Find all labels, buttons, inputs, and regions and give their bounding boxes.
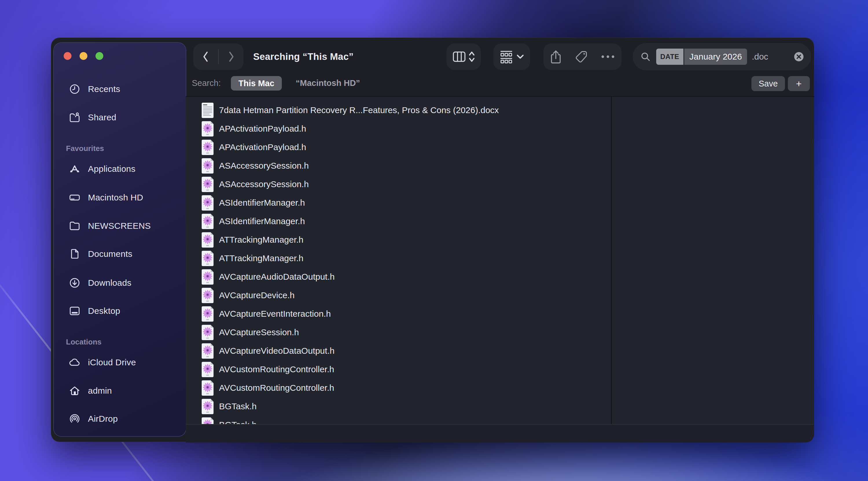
file-row[interactable]: 7data Hetman Partition Recovery R...Feat… xyxy=(186,101,611,120)
sidebar-item-admin[interactable]: admin xyxy=(54,382,186,399)
close-button[interactable] xyxy=(64,52,71,60)
search-token-type[interactable]: DATE xyxy=(656,49,683,65)
sidebar-item-recents[interactable]: Recents xyxy=(54,81,186,98)
file-row[interactable]: ATTrackingManager.h xyxy=(186,249,611,267)
chevron-down-icon xyxy=(517,54,524,59)
search-scope-bar: Search: This Mac “Macintosh HD” Save + xyxy=(186,70,814,96)
home-icon xyxy=(69,385,81,396)
header-file-icon xyxy=(201,343,214,359)
file-name: ASIdentifierManager.h xyxy=(219,216,305,226)
sidebar-item-label: AirDrop xyxy=(88,414,118,424)
search-field[interactable]: DATE January 2026 .doc xyxy=(633,43,811,70)
minimize-button[interactable] xyxy=(80,52,87,60)
file-row[interactable]: APActivationPayload.h xyxy=(186,120,611,138)
sidebar-section-locations: Locations xyxy=(66,338,101,347)
file-row[interactable]: ATTrackingManager.h xyxy=(186,230,611,249)
zoom-button[interactable] xyxy=(95,52,103,60)
file-name: APActivationPayload.h xyxy=(219,124,306,134)
view-picker-button[interactable] xyxy=(446,43,481,70)
actions-group xyxy=(544,43,621,70)
folder-icon xyxy=(69,220,81,232)
sidebar-item-applications[interactable]: Applications xyxy=(54,160,186,178)
header-file-icon xyxy=(201,417,214,425)
sidebar-item-desktop[interactable]: Desktop xyxy=(54,302,186,320)
header-file-icon xyxy=(201,251,214,266)
sidebar-item-icloud-drive[interactable]: iCloud Drive xyxy=(54,354,186,371)
scope-this-mac[interactable]: This Mac xyxy=(231,76,282,91)
save-button[interactable]: Save xyxy=(751,76,785,91)
sidebar-item-label: Shared xyxy=(88,113,116,122)
window-title: Searching “This Mac” xyxy=(253,43,353,70)
group-by-button[interactable] xyxy=(493,43,530,70)
sidebar-item-airdrop[interactable]: AirDrop xyxy=(54,410,186,427)
clear-icon[interactable] xyxy=(793,51,804,62)
file-row[interactable]: AVCustomRoutingController.h xyxy=(186,360,611,379)
shared-folder-icon xyxy=(69,111,81,123)
scope-macintosh-hd[interactable]: “Macintosh HD” xyxy=(296,70,360,96)
app-store-icon xyxy=(69,163,81,175)
desktop: Recents Shared Favourites Applications M… xyxy=(0,0,868,481)
file-row[interactable]: AVCaptureAudioDataOutput.h xyxy=(186,267,611,286)
hard-drive-icon xyxy=(69,192,81,203)
file-name: AVCaptureEventInteraction.h xyxy=(219,309,331,319)
search-icon xyxy=(641,52,650,62)
file-name: AVCaptureVideoDataOutput.h xyxy=(219,346,335,356)
file-name: ASAccessorySession.h xyxy=(219,179,309,189)
sidebar-section-favourites: Favourites xyxy=(66,144,104,153)
header-file-icon xyxy=(201,324,214,341)
columns-view-icon xyxy=(453,51,466,62)
file-row[interactable]: AVCaptureDevice.h xyxy=(186,286,611,304)
search-query-text[interactable]: .doc xyxy=(752,52,768,62)
group-by-icon xyxy=(500,50,513,63)
file-row[interactable]: BGTask.h xyxy=(186,416,611,425)
search-scope-label: Search: xyxy=(192,70,221,96)
tag-icon xyxy=(575,50,588,63)
file-row[interactable]: APActivationPayload.h xyxy=(186,138,611,157)
sidebar-item-macintosh-hd[interactable]: Macintosh HD xyxy=(54,189,186,206)
file-row[interactable]: ASAccessorySession.h xyxy=(186,157,611,175)
sidebar-item-shared[interactable]: Shared xyxy=(54,109,186,126)
chevron-right-icon xyxy=(228,51,235,62)
file-row[interactable]: AVCaptureEventInteraction.h xyxy=(186,304,611,323)
sidebar-item-label: Downloads xyxy=(88,278,131,288)
file-name: 7data Hetman Partition Recovery R...Feat… xyxy=(219,105,499,115)
file-row[interactable]: ASAccessorySession.h xyxy=(186,175,611,193)
sidebar-item-documents[interactable]: Documents xyxy=(54,245,186,263)
back-button[interactable] xyxy=(193,43,218,70)
more-button[interactable] xyxy=(601,55,615,58)
main-area: Searching “This Mac” DATE xyxy=(186,38,814,442)
share-button[interactable] xyxy=(550,50,562,64)
sidebar-item-downloads[interactable]: Downloads xyxy=(54,274,186,292)
add-button[interactable]: + xyxy=(788,76,810,91)
file-row[interactable]: AVCustomRoutingController.h xyxy=(186,379,611,397)
forward-button[interactable] xyxy=(219,43,244,70)
file-row[interactable]: BGTask.h xyxy=(186,397,611,416)
header-file-icon xyxy=(201,177,214,192)
file-name: AVCustomRoutingController.h xyxy=(219,383,334,393)
sidebar-item-label: NEWSCREENS xyxy=(88,221,151,231)
header-file-icon xyxy=(201,269,214,285)
header-file-icon xyxy=(201,195,214,211)
header-file-icon xyxy=(201,306,214,322)
sidebar-item-newscreens[interactable]: NEWSCREENS xyxy=(54,217,186,234)
file-name: ATTrackingManager.h xyxy=(219,253,304,263)
sidebar-item-label: iCloud Drive xyxy=(88,357,136,367)
file-row[interactable]: ASIdentifierManager.h xyxy=(186,193,611,212)
column-divider[interactable] xyxy=(611,97,612,425)
clock-icon xyxy=(69,83,81,95)
header-file-icon xyxy=(201,361,214,378)
file-row[interactable]: AVCaptureVideoDataOutput.h xyxy=(186,342,611,360)
file-row[interactable]: ASIdentifierManager.h xyxy=(186,212,611,230)
download-icon xyxy=(69,277,81,289)
sidebar-item-label: Applications xyxy=(88,164,135,174)
tag-button[interactable] xyxy=(575,50,588,63)
file-name: BGTask.h xyxy=(219,402,257,411)
search-token-value[interactable]: January 2026 xyxy=(684,49,747,65)
file-name: AVCaptureAudioDataOutput.h xyxy=(219,272,335,282)
file-name: ASIdentifierManager.h xyxy=(219,198,305,208)
nav-buttons xyxy=(193,43,244,70)
file-row[interactable]: AVCaptureSession.h xyxy=(186,323,611,342)
header-file-icon xyxy=(201,158,214,174)
file-name: AVCaptureDevice.h xyxy=(219,290,294,300)
header-file-icon xyxy=(201,380,214,396)
